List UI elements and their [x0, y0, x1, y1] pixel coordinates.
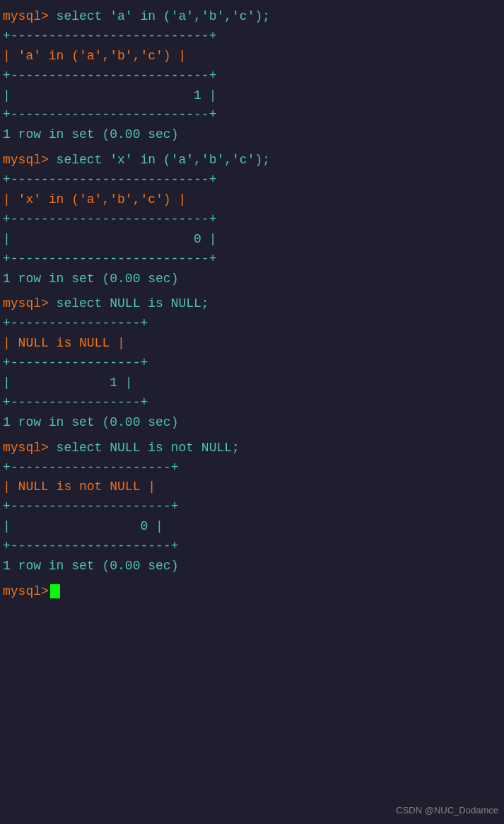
command-text-4: select NULL is not NULL;	[49, 441, 240, 455]
command-text-1: select 'a' in ('a','b','c');	[49, 9, 270, 23]
command-line-4: mysql> select NULL is not NULL;	[3, 439, 501, 458]
final-prompt: mysql>	[3, 584, 49, 598]
terminal-window: mysql> select 'a' in ('a','b','c'); +---…	[3, 7, 501, 602]
command-text-2: select 'x' in ('a','b','c');	[49, 153, 270, 167]
prompt-3: mysql>	[3, 296, 49, 311]
table-top-2: +--------------------------+	[3, 170, 501, 190]
table-header-1: | 'a' in ('a','b','c') |	[3, 47, 501, 66]
final-prompt-line: mysql>	[3, 582, 501, 602]
table-value-1: | 1 |	[3, 86, 501, 106]
row-info-3: 1 row in set (0.00 sec)	[3, 413, 501, 433]
query-block-2: mysql> select 'x' in ('a','b','c'); +---…	[3, 151, 501, 289]
command-line-2: mysql> select 'x' in ('a','b','c');	[3, 151, 501, 170]
table-top-4: +---------------------+	[3, 458, 501, 478]
table-mid-3: +-----------------+	[3, 354, 501, 373]
table-mid-4: +---------------------+	[3, 497, 501, 517]
prompt-2: mysql>	[3, 153, 49, 167]
table-bot-2: +--------------------------+	[3, 250, 501, 269]
table-top-1: +--------------------------+	[3, 27, 501, 47]
prompt-1: mysql>	[3, 9, 49, 23]
table-top-3: +-----------------+	[3, 314, 501, 334]
table-header-3: | NULL is NULL |	[3, 334, 501, 354]
watermark: CSDN @NUC_Dodamce	[396, 805, 498, 816]
query-block-3: mysql> select NULL is NULL; +-----------…	[3, 294, 501, 432]
table-header-2: | 'x' in ('a','b','c') |	[3, 190, 501, 210]
table-header-4: | NULL is not NULL |	[3, 477, 501, 497]
table-mid-1: +--------------------------+	[3, 66, 501, 86]
row-info-4: 1 row in set (0.00 sec)	[3, 557, 501, 576]
query-block-1: mysql> select 'a' in ('a','b','c'); +---…	[3, 7, 501, 145]
cursor-block	[50, 584, 60, 598]
table-bot-4: +---------------------+	[3, 537, 501, 557]
table-mid-2: +--------------------------+	[3, 210, 501, 230]
table-value-3: | 1 |	[3, 373, 501, 393]
table-bot-3: +-----------------+	[3, 393, 501, 413]
command-text-3: select NULL is NULL;	[49, 296, 209, 311]
table-bot-1: +--------------------------+	[3, 105, 501, 125]
query-block-4: mysql> select NULL is not NULL; +-------…	[3, 439, 501, 576]
row-info-2: 1 row in set (0.00 sec)	[3, 269, 501, 289]
final-prompt-block: mysql>	[3, 582, 501, 602]
command-line-3: mysql> select NULL is NULL;	[3, 294, 501, 314]
row-info-1: 1 row in set (0.00 sec)	[3, 125, 501, 145]
command-line-1: mysql> select 'a' in ('a','b','c');	[3, 7, 501, 27]
table-value-2: | 0 |	[3, 230, 501, 250]
prompt-4: mysql>	[3, 441, 49, 455]
table-value-4: | 0 |	[3, 517, 501, 537]
